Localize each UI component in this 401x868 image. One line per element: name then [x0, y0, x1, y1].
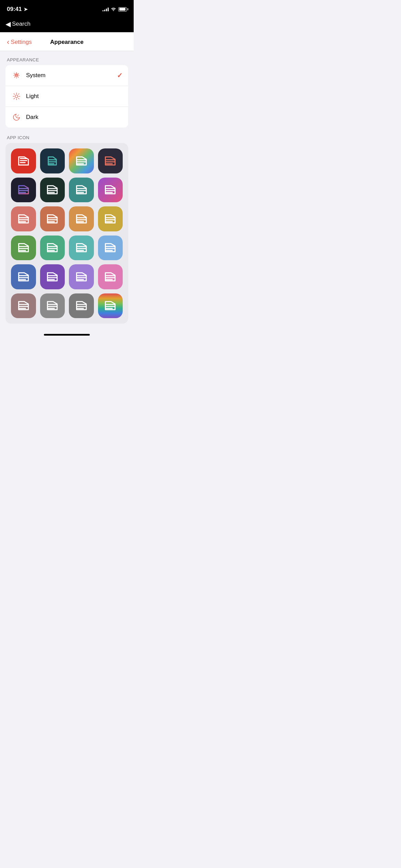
system-option-label: System	[26, 72, 117, 79]
app-icon-rainbow[interactable]	[69, 148, 94, 173]
app-icon-dark-salmon[interactable]	[98, 148, 123, 173]
app-icon-dark-gray[interactable]	[69, 293, 94, 318]
dark-option-label: Dark	[26, 114, 123, 121]
app-icon-brown[interactable]	[11, 293, 36, 318]
app-icon-section: APP ICON	[0, 129, 134, 324]
app-icon-violet[interactable]	[40, 264, 65, 289]
app-icon-grid	[5, 143, 128, 324]
app-icon-terra[interactable]	[40, 206, 65, 231]
app-icon-gray[interactable]	[40, 293, 65, 318]
light-option-label: Light	[26, 93, 123, 100]
page-title: Appearance	[50, 39, 83, 46]
app-icon-section-label: APP ICON	[0, 129, 134, 143]
search-back[interactable]: ◀ Search	[5, 20, 31, 28]
appearance-option-system[interactable]: System ✓	[5, 65, 128, 86]
app-icon-dark-teal[interactable]	[40, 148, 65, 173]
back-chevron-icon: ◀	[5, 20, 11, 28]
svg-text:z: z	[18, 114, 19, 116]
app-icon-red[interactable]	[11, 148, 36, 173]
time-label: 09:41	[7, 6, 22, 13]
app-icon-orange[interactable]	[69, 206, 94, 231]
appearance-option-dark[interactable]: z z Dark	[5, 107, 128, 128]
home-indicator	[0, 330, 134, 338]
settings-back-button[interactable]: ‹ Settings	[7, 38, 32, 47]
app-icon-rainbow2[interactable]	[98, 293, 123, 318]
system-check-icon: ✓	[117, 71, 123, 80]
svg-line-6	[14, 94, 14, 94]
dark-icon: z z	[11, 112, 22, 123]
svg-line-9	[19, 94, 19, 94]
app-icon-green[interactable]	[11, 236, 36, 261]
status-bar: 09:41 ➤	[0, 0, 134, 17]
appearance-option-light[interactable]: Light	[5, 86, 128, 107]
app-icon-teal[interactable]	[69, 178, 94, 203]
nav-header: ‹ Settings Appearance	[0, 32, 134, 51]
status-time: 09:41 ➤	[7, 6, 28, 13]
system-icon	[11, 70, 22, 81]
app-icon-dark-blue-purple[interactable]	[11, 178, 36, 203]
signal-icon	[102, 7, 109, 11]
light-icon	[11, 91, 22, 102]
home-bar	[44, 334, 90, 336]
app-icon-light-blue[interactable]	[98, 236, 123, 261]
search-back-label: Search	[12, 21, 31, 27]
appearance-section-label: APPEARANCE	[0, 51, 134, 65]
status-icons	[102, 7, 127, 12]
svg-point-1	[15, 95, 18, 98]
search-bar-row: ◀ Search	[0, 17, 134, 32]
app-icon-yellow[interactable]	[98, 206, 123, 231]
app-icon-mint[interactable]	[40, 236, 65, 261]
svg-line-7	[19, 98, 19, 99]
app-icon-pink[interactable]	[98, 264, 123, 289]
app-icon-light-teal[interactable]	[69, 236, 94, 261]
svg-line-8	[14, 98, 14, 99]
nav-back-chevron-icon: ‹	[7, 38, 9, 47]
appearance-options-list: System ✓ Light z z	[5, 65, 128, 128]
app-icon-lavender[interactable]	[69, 264, 94, 289]
app-icon-salmon[interactable]	[11, 206, 36, 231]
wifi-icon	[111, 7, 116, 12]
nav-back-label: Settings	[11, 39, 32, 46]
app-icon-blue[interactable]	[11, 264, 36, 289]
app-icon-purple-pink[interactable]	[98, 178, 123, 203]
app-icon-dark-green[interactable]	[40, 178, 65, 203]
location-icon: ➤	[24, 7, 28, 12]
battery-icon	[118, 7, 127, 12]
